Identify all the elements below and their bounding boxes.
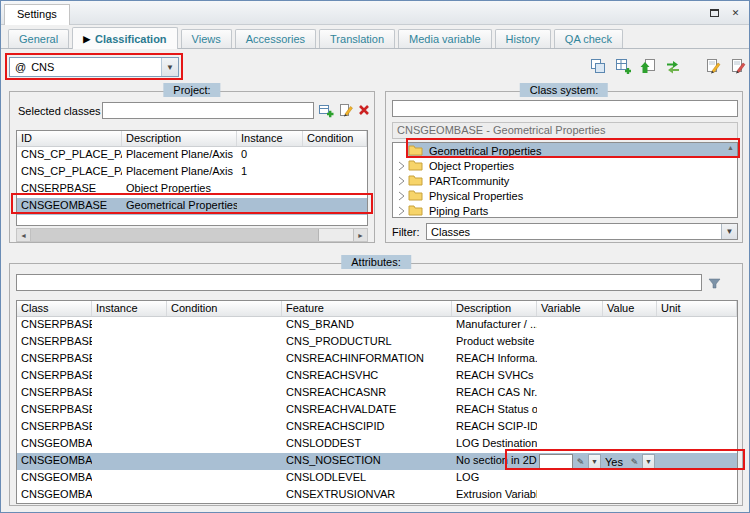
tab-label: QA check xyxy=(565,33,612,45)
cell xyxy=(92,317,167,334)
tab-general[interactable]: General xyxy=(8,29,69,48)
scroll-right-icon[interactable]: ► xyxy=(353,229,367,241)
column-header-condition[interactable]: Condition xyxy=(303,131,367,146)
table-row[interactable]: CNSERPBASE CNSREACHVALDATE REACH Status … xyxy=(17,402,737,419)
table-row[interactable]: CNSERPBASE CNSREACHCASNR REACH CAS Nr. xyxy=(17,385,737,402)
table-row[interactable]: CNSERPBASE CNS_PRODUCTURL Product websit… xyxy=(17,334,737,351)
tree-item-piping-parts[interactable]: Piping Parts xyxy=(393,203,737,218)
tab-classification[interactable]: ▶Classification xyxy=(72,27,177,49)
column-header-condition[interactable]: Condition xyxy=(167,301,282,316)
import-icon[interactable] xyxy=(639,57,657,75)
column-header-instance[interactable]: Instance xyxy=(237,131,303,146)
column-header-instance[interactable]: Instance xyxy=(92,301,167,316)
tab-media-variable[interactable]: Media variable xyxy=(398,29,492,48)
remove-class-icon[interactable] xyxy=(356,102,372,118)
table-row[interactable]: CNSERPBASE Object Properties xyxy=(17,181,367,198)
tab-history[interactable]: History xyxy=(495,29,551,48)
edit-pencil-icon[interactable]: ✎ xyxy=(628,454,641,469)
tab-translation[interactable]: Translation xyxy=(319,29,395,48)
cell xyxy=(657,436,737,453)
tree-item-partcommunity[interactable]: PARTcommunity xyxy=(393,173,737,188)
chevron-right-icon[interactable] xyxy=(396,191,408,201)
table-row[interactable]: CNSERPBASE CNS_BRAND Manufacturer / ... xyxy=(17,317,737,334)
table-row[interactable]: CNS_CP_PLACE_PA Placement Plane/Axis 0 xyxy=(17,147,367,164)
column-header-id[interactable]: ID xyxy=(17,131,122,146)
column-header-feature[interactable]: Feature xyxy=(282,301,452,316)
cell xyxy=(657,385,737,402)
cell: CNS_CP_PLACE_PA xyxy=(17,147,122,164)
cell: CNSERPBASE xyxy=(17,181,122,198)
cell xyxy=(603,419,657,436)
transfer-icon[interactable] xyxy=(664,57,682,75)
value-dropdown-arrow[interactable]: ▼ xyxy=(642,454,655,469)
maximize-button[interactable] xyxy=(706,5,723,20)
scroll-up-icon[interactable]: ▲ xyxy=(727,144,734,151)
edit-pencil-icon[interactable]: ✎ xyxy=(574,454,587,469)
copy-table-icon[interactable] xyxy=(589,57,607,75)
class-system-group: Class system: CNSGEOMBASE - Geometrical … xyxy=(385,91,743,243)
table-row[interactable]: CNS_CP_PLACE_PA Placement Plane/Axis 1 xyxy=(17,164,367,181)
class-catalog-combobox[interactable]: @ CNS ▼ xyxy=(9,57,179,77)
table-row[interactable]: CNSERPBASE CNSREACHSVHC REACH SVHCs ... xyxy=(17,368,737,385)
close-button[interactable]: ✕ xyxy=(727,5,744,20)
active-tab-arrow-icon: ▶ xyxy=(83,34,90,44)
table-row[interactable]: CNSGEOMBASE CNSLODLEVEL LOG xyxy=(17,470,737,487)
table-row[interactable]: CNSERPBASE CNSREACHINFORMATION REACH Inf… xyxy=(17,351,737,368)
cell xyxy=(537,334,603,351)
class-tree: Geometrical Properties Object Properties… xyxy=(392,142,738,218)
tab-accessories[interactable]: Accessories xyxy=(235,29,316,48)
combo-value-text: CNS xyxy=(31,61,54,73)
cell: CNSGEOMBASE xyxy=(17,470,92,487)
chevron-right-icon[interactable] xyxy=(396,206,408,216)
add-table-icon[interactable] xyxy=(614,57,632,75)
combo-dropdown-arrow[interactable]: ▼ xyxy=(161,58,178,76)
filter-dropdown[interactable]: Classes ▼ xyxy=(426,223,738,240)
edit-class-icon[interactable] xyxy=(338,102,354,118)
sign-document-icon[interactable] xyxy=(729,57,747,75)
variable-dropdown-arrow[interactable]: ▼ xyxy=(588,454,601,469)
edit-document-icon[interactable] xyxy=(704,57,722,75)
column-header-description[interactable]: Description xyxy=(452,301,537,316)
filter-label: Filter: xyxy=(392,226,420,238)
project-group-caption: Project: xyxy=(163,83,220,97)
selected-classes-input[interactable] xyxy=(102,102,314,119)
cell xyxy=(92,419,167,436)
tab-label: Views xyxy=(192,33,221,45)
tab-label: History xyxy=(506,33,540,45)
scroll-left-icon[interactable]: ◄ xyxy=(17,229,31,241)
cell xyxy=(167,334,282,351)
tree-item-object-properties[interactable]: Object Properties xyxy=(393,158,737,173)
column-header-variable[interactable]: Variable xyxy=(537,301,603,316)
tab-views[interactable]: Views xyxy=(181,29,232,48)
chevron-right-icon[interactable] xyxy=(396,161,408,171)
cell xyxy=(603,487,657,504)
cell: LOG xyxy=(452,470,537,487)
table-row-selected[interactable]: CNSGEOMBASE CNS_NOSECTION No section in … xyxy=(17,453,737,470)
add-class-icon[interactable] xyxy=(318,102,334,118)
filter-funnel-icon[interactable] xyxy=(706,275,722,291)
class-system-search-input[interactable] xyxy=(392,100,738,117)
variable-input[interactable] xyxy=(539,454,573,469)
table-row[interactable]: CNSGEOMBASE CNSEXTRUSIONVAR Extrusion Va… xyxy=(17,487,737,504)
tree-item-physical-properties[interactable]: Physical Properties xyxy=(393,188,737,203)
table-row-selected[interactable]: CNSGEOMBASE Geometrical Properties xyxy=(17,198,367,215)
filter-dropdown-arrow[interactable]: ▼ xyxy=(721,224,737,239)
column-header-class[interactable]: Class xyxy=(17,301,92,316)
table-row[interactable]: CNSGEOMBASE CNSLODDEST LOG Destination xyxy=(17,436,737,453)
cell xyxy=(92,453,167,470)
column-header-description[interactable]: Description xyxy=(122,131,237,146)
attributes-filter-input[interactable] xyxy=(16,274,702,291)
table-row[interactable]: CNSERPBASE CNSREACHSCIPID REACH SCIP-ID xyxy=(17,419,737,436)
scrollbar-thumb[interactable] xyxy=(31,229,319,241)
cell: CNSERPBASE xyxy=(17,402,92,419)
tab-label: Classification xyxy=(95,33,167,45)
value-editor[interactable]: Yes ✎ ▼ xyxy=(603,453,657,470)
chevron-right-icon[interactable] xyxy=(396,176,408,186)
cell xyxy=(603,317,657,334)
tab-label: Accessories xyxy=(246,33,305,45)
tab-qa-check[interactable]: QA check xyxy=(554,29,623,48)
tree-item-geometrical-properties[interactable]: Geometrical Properties xyxy=(393,143,737,158)
column-header-unit[interactable]: Unit xyxy=(657,301,737,316)
variable-editor[interactable]: ✎ ▼ xyxy=(537,453,603,470)
column-header-value[interactable]: Value xyxy=(603,301,657,316)
